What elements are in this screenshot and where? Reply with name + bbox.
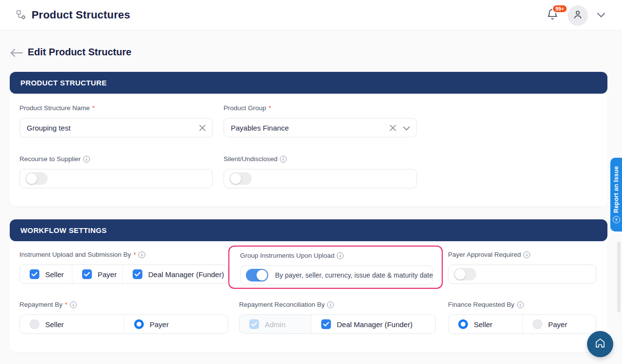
user-avatar-button[interactable] <box>568 5 588 26</box>
field-product-structure-name: Product Structure Name* Grouping test <box>19 104 213 137</box>
workflow-settings-section-header: WORKFLOW SETTINGS <box>10 219 607 241</box>
option-label: Payer <box>98 270 117 279</box>
toggle-description: By payer, seller, currency, issue date &… <box>275 271 433 279</box>
label-text: Group Instruments Upon Upload <box>240 252 334 259</box>
radio-selected[interactable] <box>458 319 468 329</box>
radio-option-payer[interactable]: Payer <box>523 315 596 333</box>
info-icon[interactable] <box>327 301 334 308</box>
checkbox-checked-disabled <box>249 319 259 329</box>
toggle-knob <box>26 173 37 184</box>
page-title: Edit Product Structure <box>28 47 131 58</box>
recourse-toggle[interactable] <box>25 172 48 185</box>
finance-requested-options: Seller Payer <box>448 314 596 334</box>
option-label: Payer <box>548 320 567 329</box>
checkbox-option-admin-disabled: Admin <box>240 315 311 333</box>
chevron-down-icon[interactable] <box>403 126 410 131</box>
field-label: Instrument Upload and Submission By* <box>19 250 228 259</box>
radio-option-seller[interactable]: Seller <box>20 315 124 333</box>
checkbox-checked[interactable] <box>133 269 142 279</box>
field-recourse-to-supplier: Recourse to Supplier <box>19 155 213 188</box>
field-label: Recourse to Supplier <box>19 155 213 163</box>
info-icon[interactable] <box>337 252 344 259</box>
checkbox-checked[interactable] <box>321 319 331 329</box>
required-mark: * <box>92 104 95 112</box>
info-icon[interactable] <box>138 251 145 258</box>
checkbox-option-payer[interactable]: Payer <box>72 265 123 283</box>
group-instruments-toggle-box: By payer, seller, currency, issue date &… <box>240 265 433 285</box>
account-menu-button[interactable] <box>595 9 607 22</box>
label-text: Repayment Reconciliation By <box>239 301 325 308</box>
label-text: Finance Requested By <box>448 301 515 308</box>
required-mark: * <box>65 301 68 308</box>
field-finance-requested-by: Finance Requested By Seller Payer <box>448 300 596 334</box>
scrollbar-thumb[interactable] <box>617 242 621 312</box>
required-mark: * <box>269 104 271 112</box>
label-text: Silent/Undisclosed <box>224 155 277 163</box>
option-label: Deal Manager (Funder) <box>148 270 224 279</box>
radio-unselected[interactable] <box>30 319 39 329</box>
field-product-group: Product Group* Payables Finance <box>224 104 417 137</box>
product-structures-icon <box>16 10 27 20</box>
payer-approval-toggle[interactable] <box>454 268 476 281</box>
field-label: Repayment By* <box>19 300 228 309</box>
topbar-actions: 99+ <box>546 0 607 31</box>
label-text: Product Structure Name <box>19 104 90 112</box>
checkbox-checked[interactable] <box>82 269 92 279</box>
home-icon <box>594 337 606 351</box>
checkbox-checked[interactable] <box>30 269 39 279</box>
info-icon[interactable] <box>70 301 77 308</box>
group-instruments-toggle[interactable] <box>246 269 268 281</box>
field-repayment-by: Repayment By* Seller Payer <box>19 300 228 334</box>
label-text: Recourse to Supplier <box>19 155 81 163</box>
field-repayment-reconciliation: Repayment Reconciliation By Admin Deal M… <box>239 300 436 334</box>
notifications-button[interactable]: 99+ <box>546 7 561 24</box>
field-instrument-upload-by: Instrument Upload and Submission By* Sel… <box>19 250 228 284</box>
product-structure-section-header: PRODUCT STRUCTURE <box>10 72 607 94</box>
radio-option-payer[interactable]: Payer <box>124 315 228 333</box>
radio-option-seller[interactable]: Seller <box>449 315 523 333</box>
checkbox-option-deal-manager[interactable]: Deal Manager (Funder) <box>123 265 228 283</box>
field-silent-undisclosed: Silent/Undisclosed <box>224 155 417 188</box>
report-an-issue-button[interactable]: Report an Issue <box>610 158 622 232</box>
info-icon[interactable] <box>517 301 524 308</box>
info-icon[interactable] <box>280 156 287 163</box>
select-value: Payables Finance <box>224 124 289 132</box>
group-instruments-highlight: Group Instruments Upon Upload By payer, … <box>228 246 443 289</box>
person-icon <box>572 9 584 22</box>
option-label: Seller <box>45 270 64 279</box>
silent-toggle-box <box>224 169 417 188</box>
home-button[interactable] <box>587 331 613 357</box>
arrow-left-icon <box>10 48 23 58</box>
field-label: Product Group* <box>224 104 417 112</box>
radio-unselected[interactable] <box>533 319 542 329</box>
info-icon[interactable] <box>523 251 530 258</box>
option-label: Admin <box>265 320 286 329</box>
info-icon[interactable] <box>83 156 90 163</box>
product-group-select[interactable]: Payables Finance <box>224 118 417 137</box>
input-value: Grouping test <box>20 124 70 132</box>
label-text: Payer Approval Required <box>448 251 521 258</box>
checkbox-option-seller[interactable]: Seller <box>20 265 72 283</box>
back-button[interactable] <box>10 48 23 58</box>
notification-badge: 99+ <box>552 4 568 14</box>
silent-toggle[interactable] <box>229 172 252 185</box>
clear-icon[interactable] <box>199 125 206 131</box>
option-label: Deal Manager (Funder) <box>337 320 413 329</box>
recourse-toggle-box <box>19 169 213 188</box>
product-structure-name-input[interactable]: Grouping test <box>19 118 213 137</box>
field-label: Repayment Reconciliation By <box>239 300 436 309</box>
clear-icon[interactable] <box>390 125 396 131</box>
field-label: Finance Requested By <box>448 300 596 309</box>
label-text: Instrument Upload and Submission By <box>19 251 131 258</box>
field-label: Group Instruments Upon Upload <box>240 251 433 260</box>
report-issue-label: Report an Issue <box>613 166 620 213</box>
upload-by-options: Seller Payer Deal Manager (Funder) <box>19 265 228 284</box>
repayment-by-options: Seller Payer <box>19 314 228 334</box>
product-structure-card: PRODUCT STRUCTURE Product Structure Name… <box>10 72 607 206</box>
toggle-knob <box>455 269 466 280</box>
bell-icon <box>546 14 559 22</box>
payer-approval-toggle-box <box>448 265 596 284</box>
radio-selected[interactable] <box>134 319 144 329</box>
option-label: Seller <box>45 320 64 329</box>
checkbox-option-deal-manager[interactable]: Deal Manager (Funder) <box>311 315 435 333</box>
